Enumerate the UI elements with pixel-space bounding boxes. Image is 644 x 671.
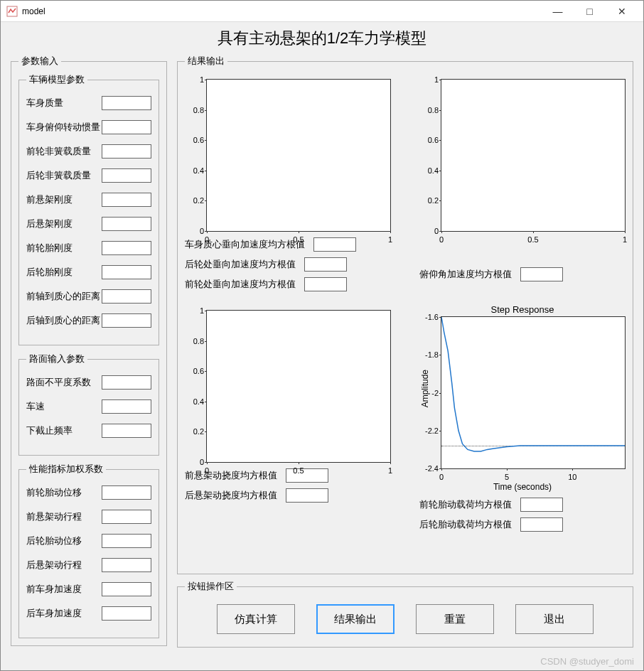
rear-susp-defl-rms-output[interactable]: [286, 488, 328, 503]
body-vert-acc-rms-label: 车身质心垂向加速度均方根值: [185, 238, 305, 251]
rear-susp-defl-rms-label: 后悬架动挠度均方根值: [185, 489, 277, 502]
perf-coeffs-group: 性能指标加权系数 前轮胎动位移 前悬架动行程 后轮胎动位移 后悬架动行程 前车身…: [18, 463, 159, 638]
rear-unsprung-mass-input[interactable]: [102, 168, 151, 183]
roughness-label: 路面不平度系数: [26, 376, 102, 389]
rear-susp-stiff-input[interactable]: [102, 217, 151, 231]
vehicle-params-group: 车辆模型参数 车身质量 车身俯仰转动惯量 前轮非簧载质量 后轮非簧载质量 前悬架…: [18, 73, 159, 345]
reset-button[interactable]: 重置: [416, 604, 494, 634]
minimize-button[interactable]: —: [542, 1, 574, 22]
titlebar[interactable]: model — □ ✕: [1, 1, 643, 22]
plot-4-title: Step Response: [419, 304, 626, 315]
rear-tire-disp-input[interactable]: [102, 534, 151, 548]
params-input-group: 参数输入 车辆模型参数 车身质量 车身俯仰转动惯量 前轮非簧载质量 后轮非簧载质…: [11, 55, 167, 646]
button-area-legend: 按钮操作区: [185, 580, 237, 593]
rear-axle-dist-label: 后轴到质心的距离: [26, 314, 102, 327]
front-axle-dist-label: 前轴到质心的距离: [26, 290, 102, 303]
app-window: model — □ ✕ 具有主动悬架的1/2车力学模型 参数输入 车辆模型参数 …: [0, 0, 644, 671]
window-controls: — □ ✕: [542, 1, 638, 22]
speed-label: 车速: [26, 400, 102, 413]
rear-vert-acc-rms-label: 后轮处垂向加速度均方根值: [185, 258, 296, 271]
params-input-legend: 参数输入: [18, 55, 61, 68]
vehicle-params-legend: 车辆模型参数: [26, 73, 87, 86]
rear-susp-stiff-label: 后悬架刚度: [26, 218, 102, 230]
front-tire-load-rms-output[interactable]: [520, 498, 563, 512]
rear-vert-acc-rms-output[interactable]: [304, 257, 347, 272]
rear-tire-load-rms-label: 后轮胎动载荷均方根值: [419, 518, 512, 531]
front-susp-travel-input[interactable]: [102, 510, 151, 524]
body-mass-input[interactable]: [102, 96, 151, 110]
rear-axle-dist-input[interactable]: [102, 313, 151, 328]
exit-button[interactable]: 退出: [515, 604, 594, 634]
rear-body-acc-label: 后车身加速度: [26, 607, 102, 620]
front-susp-travel-label: 前悬架动行程: [26, 510, 102, 523]
simulate-button[interactable]: 仿真计算: [217, 604, 295, 634]
plot-4: Amplitude -2.4-2.2-2-1.8-1.60510: [441, 316, 626, 469]
roughness-input[interactable]: [102, 375, 151, 390]
output-button[interactable]: 结果输出: [316, 604, 395, 634]
front-body-acc-input[interactable]: [102, 582, 151, 596]
cutoff-freq-input[interactable]: [102, 424, 151, 438]
rear-unsprung-mass-label: 后轮非簧载质量: [26, 169, 102, 182]
front-vert-acc-rms-output[interactable]: [304, 277, 347, 291]
speed-input[interactable]: [102, 399, 151, 414]
rear-susp-travel-label: 后悬架动行程: [26, 559, 102, 571]
rear-susp-travel-input[interactable]: [102, 558, 151, 572]
body-vert-acc-rms-output[interactable]: [313, 237, 356, 252]
front-susp-stiff-label: 前悬架刚度: [26, 193, 102, 206]
front-tire-disp-label: 前轮胎动位移: [26, 486, 102, 499]
pitch-inertia-label: 车身俯仰转动惯量: [26, 121, 102, 134]
front-tire-load-rms-label: 前轮胎动载荷均方根值: [419, 498, 512, 511]
front-susp-stiff-input[interactable]: [102, 193, 151, 207]
close-button[interactable]: ✕: [606, 1, 638, 22]
cutoff-freq-label: 下截止频率: [26, 424, 102, 437]
road-params-group: 路面输入参数 路面不平度系数 车速 下截止频率: [18, 353, 159, 456]
front-unsprung-mass-input[interactable]: [102, 144, 151, 159]
perf-coeffs-legend: 性能指标加权系数: [26, 463, 106, 476]
results-output-legend: 结果输出: [185, 55, 227, 68]
plot-4-xlabel: Time (seconds): [419, 482, 626, 492]
plot-1: 00.20.40.60.8100.51: [206, 79, 391, 232]
results-output-group: 结果输出 00.20.40.60.8100.51 车身质心垂向加速度均方根值 后…: [177, 55, 633, 574]
maximize-button[interactable]: □: [574, 1, 606, 22]
app-icon: [6, 6, 18, 17]
content-area: 具有主动悬架的1/2车力学模型 参数输入 车辆模型参数 车身质量 车身俯仰转动惯…: [1, 22, 643, 670]
front-susp-defl-rms-label: 前悬架动挠度均方根值: [185, 469, 277, 482]
front-tire-stiff-input[interactable]: [102, 241, 151, 255]
road-params-legend: 路面输入参数: [26, 353, 87, 365]
front-axle-dist-input[interactable]: [102, 289, 151, 304]
button-area-group: 按钮操作区 仿真计算 结果输出 重置 退出: [177, 580, 633, 648]
rear-body-acc-input[interactable]: [102, 606, 151, 621]
rear-tire-stiff-input[interactable]: [102, 265, 151, 279]
rear-tire-stiff-label: 后轮胎刚度: [26, 266, 102, 279]
front-tire-stiff-label: 前轮胎刚度: [26, 242, 102, 254]
page-title: 具有主动悬架的1/2车力学模型: [11, 28, 633, 49]
front-body-acc-label: 前车身加速度: [26, 583, 102, 596]
body-mass-label: 车身质量: [26, 97, 102, 109]
pitch-acc-rms-output[interactable]: [520, 267, 563, 281]
window-title: model: [22, 6, 542, 16]
rear-tire-load-rms-output[interactable]: [520, 517, 563, 532]
plot-2: 00.20.40.60.8100.51: [441, 79, 626, 232]
front-tire-disp-input[interactable]: [102, 485, 151, 500]
front-susp-defl-rms-output[interactable]: [286, 468, 328, 483]
plot-3: 00.20.40.60.8100.51: [206, 310, 391, 463]
pitch-acc-rms-label: 俯仰角加速度均方根值: [419, 268, 512, 281]
rear-tire-disp-label: 后轮胎动位移: [26, 535, 102, 547]
front-vert-acc-rms-label: 前轮处垂向加速度均方根值: [185, 278, 296, 291]
front-unsprung-mass-label: 前轮非簧载质量: [26, 145, 102, 158]
pitch-inertia-input[interactable]: [102, 120, 151, 134]
